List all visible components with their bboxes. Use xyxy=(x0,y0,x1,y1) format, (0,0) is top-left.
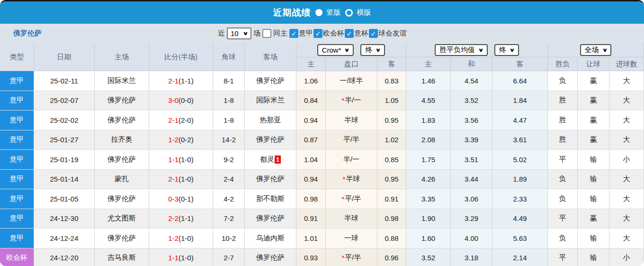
wdl-result-cell: 负 xyxy=(548,229,578,248)
avg-home-cell: 4.55 xyxy=(406,91,451,111)
avg-stage-select[interactable]: 终 ∨ xyxy=(494,44,519,56)
home-odds-cell: 1.06 xyxy=(296,71,326,91)
corner-cell: 1-8 xyxy=(213,110,245,130)
chevron-down-icon: ∨ xyxy=(602,47,608,53)
league-type-badge: 意甲 xyxy=(0,229,34,248)
horizontal-layout-label[interactable]: 横版 xyxy=(357,8,371,17)
match-count-select[interactable]: 10 ∨ xyxy=(227,28,251,39)
league-checkbox-1[interactable]: ✓ xyxy=(313,29,322,38)
avg-away-cell: 1.84 xyxy=(492,91,548,111)
away-team-cell: 都灵1 xyxy=(245,150,296,170)
corner-cell: 8-1 xyxy=(213,71,245,91)
away-odds-cell: 0.91 xyxy=(377,189,406,209)
date-cell: 25-02-07 xyxy=(34,91,95,111)
home-odds-cell: 0.84 xyxy=(296,91,326,111)
avg-home-cell: 1.83 xyxy=(406,110,451,130)
asterisk-marker: * xyxy=(341,96,344,104)
avg-draw-cell: 4.54 xyxy=(451,71,492,91)
same-home-label[interactable]: 同主 xyxy=(273,29,287,38)
corner-cell: 4-2 xyxy=(213,189,245,209)
avg-away-cell: 2.33 xyxy=(492,189,548,209)
col-header-corner: 角球 xyxy=(213,43,245,71)
filters-group: 近 10 ∨ 场 同主 ✓意甲✓欧会杯✓意杯✓球会友谊 xyxy=(218,28,407,39)
away-odds-cell: 1.05 xyxy=(377,91,406,111)
avg-draw-cell: 3.52 xyxy=(451,91,492,111)
avg-away-cell: 3.61 xyxy=(492,130,548,150)
handicap-cell: *半/一 xyxy=(326,91,377,111)
corner-cell: 2-4 xyxy=(213,170,245,190)
league-checkbox-2[interactable]: ✓ xyxy=(345,29,354,38)
avg-home-cell: 4.26 xyxy=(406,170,451,190)
vertical-layout-radio[interactable] xyxy=(315,9,322,16)
league-type-badge: 意甲 xyxy=(0,71,34,91)
col-header-score: 比分(半场) xyxy=(149,43,213,71)
handicap-cell: 半球 xyxy=(326,209,377,229)
odds-company-select[interactable]: Crow* ∨ xyxy=(317,44,354,56)
score-cell: 1-2(0-2) xyxy=(149,130,213,150)
score-cell: 1-1(1-0) xyxy=(149,248,213,266)
avg-draw-cell: 4.00 xyxy=(451,229,492,248)
corner-cell: 10-2 xyxy=(213,229,245,248)
date-cell: 25-02-11 xyxy=(34,71,95,91)
odds-stage-select[interactable]: 终 ∨ xyxy=(360,44,385,56)
wdl-result-cell: 负 xyxy=(548,189,578,209)
league-type-badge: 欧会杯 xyxy=(0,248,34,266)
odds-dropdown-group: Crow* ∨ 终 ∨ xyxy=(296,43,406,57)
avg-draw-cell: 3.44 xyxy=(451,170,492,190)
table-row: 意甲25-02-11国际米兰2-1(1-1)8-1佛罗伦萨1.06一/球半0.8… xyxy=(0,71,644,91)
avg-away-cell: 5.63 xyxy=(492,229,548,248)
league-label-0[interactable]: 意甲 xyxy=(299,29,313,38)
date-cell: 25-01-19 xyxy=(34,150,95,170)
red-card-badge: 1 xyxy=(275,156,281,164)
avg-draw-cell: 3.18 xyxy=(451,248,492,266)
handicap-result-cell: 赢 xyxy=(578,209,609,229)
away-team-cell: 佛罗伦萨 xyxy=(245,170,296,190)
sub-header-avg-home: 主 xyxy=(406,57,451,71)
home-odds-cell: 0.94 xyxy=(296,170,326,190)
corner-cell: 9-2 xyxy=(213,150,245,170)
table-row: 意甲24-12-24佛罗伦萨1-2(1-0)10-2乌迪内斯1.01一球0.88… xyxy=(0,229,644,248)
league-label-2[interactable]: 意杯 xyxy=(354,29,368,38)
recent-results-panel: 近期战绩 竖版 横版 佛罗伦萨 近 10 ∨ 场 同主 ✓意甲✓欧会杯✓意杯✓球… xyxy=(0,0,644,266)
home-odds-cell: 0.91 xyxy=(296,209,326,229)
away-team-cell: 佛罗伦萨 xyxy=(245,130,296,150)
handicap-result-cell: 输 xyxy=(578,150,609,170)
league-type-badge: 意甲 xyxy=(0,209,34,229)
home-team-cell: 佛罗伦萨 xyxy=(95,229,149,248)
horizontal-layout-radio[interactable] xyxy=(345,9,353,17)
home-team-cell: 拉齐奥 xyxy=(95,130,149,150)
handicap-cell: 一球 xyxy=(326,229,377,248)
league-type-badge: 意甲 xyxy=(0,130,34,150)
away-odds-cell: 0.85 xyxy=(377,150,406,170)
league-checkbox-3[interactable]: ✓ xyxy=(369,29,378,38)
sub-header-odds-home: 主 xyxy=(296,57,326,71)
sub-header-avg-draw: 和 xyxy=(451,57,492,71)
sub-header-odds-away: 客 xyxy=(377,57,406,71)
league-label-3[interactable]: 球会友谊 xyxy=(378,29,407,38)
away-team-cell: 佛罗伦萨 xyxy=(245,209,296,229)
same-home-checkbox[interactable] xyxy=(262,29,271,38)
table-row: 意甲25-01-05佛罗伦萨0-3(0-1)4-2那不勒斯0.98*平/半0.9… xyxy=(0,189,644,209)
avg-away-cell: 6.64 xyxy=(492,71,548,91)
away-team-cell: 佛罗伦萨 xyxy=(245,248,296,266)
sub-header-handicap: 盘口 xyxy=(326,57,377,71)
handicap-cell: 一/球半 xyxy=(326,71,377,91)
date-cell: 24-12-30 xyxy=(34,209,95,229)
wdl-result-cell: 负 xyxy=(548,71,578,91)
handicap-result-cell: 赢 xyxy=(578,71,609,91)
corner-cell: 14-2 xyxy=(213,130,245,150)
home-team-cell: 尤文图斯 xyxy=(95,209,149,229)
chevron-down-icon: ∨ xyxy=(478,47,484,53)
vertical-layout-label[interactable]: 竖版 xyxy=(327,8,341,17)
league-checkbox-0[interactable]: ✓ xyxy=(289,29,298,38)
scope-select[interactable]: 全场 ∨ xyxy=(580,44,612,56)
date-cell: 25-01-27 xyxy=(34,130,95,150)
home-team-cell: 蒙扎 xyxy=(95,170,149,190)
avg-home-cell: 2.08 xyxy=(406,130,451,150)
home-odds-cell: 0.98 xyxy=(296,189,326,209)
chevron-down-icon: ∨ xyxy=(376,47,382,53)
page-title: 近期战绩 xyxy=(273,7,311,19)
league-label-1[interactable]: 欧会杯 xyxy=(323,29,344,38)
home-team-cell: 佛罗伦萨 xyxy=(95,189,149,209)
avg-type-select[interactable]: 胜平负均值 ∨ xyxy=(435,44,488,56)
